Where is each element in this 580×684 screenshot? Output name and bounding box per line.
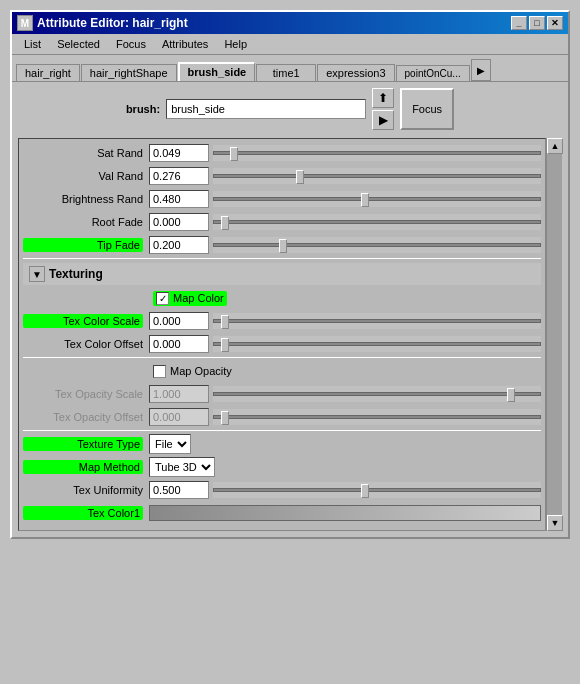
- brush-label: brush:: [126, 103, 160, 115]
- tex-color-offset-slider[interactable]: [213, 336, 541, 352]
- sat-rand-row: Sat Rand: [23, 143, 541, 163]
- menu-help[interactable]: Help: [216, 36, 255, 52]
- texturing-label: Texturing: [49, 267, 103, 281]
- tex-color-scale-input[interactable]: [149, 312, 209, 330]
- tex-color1-swatch[interactable]: [149, 505, 541, 521]
- tab-brush-side[interactable]: brush_side: [178, 62, 256, 81]
- menu-attributes[interactable]: Attributes: [154, 36, 216, 52]
- scroll-down-button[interactable]: ▼: [547, 515, 563, 531]
- params-area: Sat Rand Val Rand: [18, 138, 546, 531]
- tex-color-offset-label: Tex Color Offset: [23, 338, 143, 350]
- val-rand-label: Val Rand: [23, 170, 143, 182]
- tex-opacity-offset-label: Tex Opacity Offset: [23, 411, 143, 423]
- arrow-right-icon-button[interactable]: ▶: [372, 110, 394, 130]
- val-rand-row: Val Rand: [23, 166, 541, 186]
- tex-opacity-scale-slider[interactable]: [213, 386, 541, 402]
- map-opacity-checkbox[interactable]: [153, 365, 166, 378]
- title-buttons: _ □ ✕: [511, 16, 563, 30]
- tex-opacity-scale-input[interactable]: [149, 385, 209, 403]
- upload-icon-button[interactable]: ⬆: [372, 88, 394, 108]
- focus-button[interactable]: Focus: [400, 88, 454, 130]
- title-bar: M Attribute Editor: hair_right _ □ ✕: [12, 12, 568, 34]
- tip-fade-row: Tip Fade: [23, 235, 541, 255]
- tab-scroll-arrow[interactable]: ▶: [471, 59, 491, 81]
- texture-type-label: Texture Type: [23, 437, 143, 451]
- tabs-row: hair_right hair_rightShape brush_side ti…: [12, 55, 568, 81]
- map-color-row: ✓ Map Color: [153, 288, 541, 308]
- root-fade-input[interactable]: [149, 213, 209, 231]
- tip-fade-input[interactable]: [149, 236, 209, 254]
- tex-uniformity-slider[interactable]: [213, 482, 541, 498]
- collapse-texturing-button[interactable]: ▼: [29, 266, 45, 282]
- window-title: Attribute Editor: hair_right: [37, 16, 188, 30]
- root-fade-slider[interactable]: [213, 214, 541, 230]
- tab-point-on-curve[interactable]: pointOnCu...: [396, 65, 470, 81]
- tex-opacity-scale-row: Tex Opacity Scale: [23, 384, 541, 404]
- maximize-button[interactable]: □: [529, 16, 545, 30]
- tex-uniformity-row: Tex Uniformity: [23, 480, 541, 500]
- tex-color-scale-label: Tex Color Scale: [23, 314, 143, 328]
- tab-hair-right[interactable]: hair_right: [16, 64, 80, 81]
- separator-2: [23, 357, 541, 358]
- texture-type-row: Texture Type File: [23, 434, 541, 454]
- map-opacity-text: Map Opacity: [170, 365, 232, 377]
- tab-time1[interactable]: time1: [256, 64, 316, 81]
- vertical-scrollbar[interactable]: ▲ ▼: [546, 138, 562, 531]
- map-method-select[interactable]: Tube 3D: [149, 457, 215, 477]
- val-rand-slider[interactable]: [213, 168, 541, 184]
- sat-rand-label: Sat Rand: [23, 147, 143, 159]
- tex-opacity-offset-slider[interactable]: [213, 409, 541, 425]
- menu-list[interactable]: List: [16, 36, 49, 52]
- root-fade-label: Root Fade: [23, 216, 143, 228]
- val-rand-input[interactable]: [149, 167, 209, 185]
- title-left: M Attribute Editor: hair_right: [17, 15, 188, 31]
- map-method-label: Map Method: [23, 460, 143, 474]
- close-button[interactable]: ✕: [547, 16, 563, 30]
- map-color-checkbox[interactable]: ✓: [156, 292, 169, 305]
- tex-color1-label: Tex Color1: [23, 506, 143, 520]
- map-color-label: ✓ Map Color: [153, 291, 227, 306]
- tex-opacity-offset-input[interactable]: [149, 408, 209, 426]
- map-opacity-row: Map Opacity: [153, 361, 541, 381]
- tip-fade-label: Tip Fade: [23, 238, 143, 252]
- content-area: brush: ⬆ ▶ Focus Sat Rand: [12, 81, 568, 537]
- tex-uniformity-input[interactable]: [149, 481, 209, 499]
- brightness-rand-slider[interactable]: [213, 191, 541, 207]
- main-window: M Attribute Editor: hair_right _ □ ✕ Lis…: [10, 10, 570, 539]
- root-fade-row: Root Fade: [23, 212, 541, 232]
- menu-selected[interactable]: Selected: [49, 36, 108, 52]
- brightness-rand-input[interactable]: [149, 190, 209, 208]
- app-icon: M: [17, 15, 33, 31]
- sat-rand-slider[interactable]: [213, 145, 541, 161]
- map-opacity-label: Map Opacity: [153, 365, 232, 378]
- texturing-section-header: ▼ Texturing: [23, 263, 541, 285]
- tex-uniformity-label: Tex Uniformity: [23, 484, 143, 496]
- tab-expression3[interactable]: expression3: [317, 64, 394, 81]
- params-layout: Sat Rand Val Rand: [18, 138, 562, 531]
- sat-rand-input[interactable]: [149, 144, 209, 162]
- tex-color-scale-slider[interactable]: [213, 313, 541, 329]
- separator-1: [23, 258, 541, 259]
- tex-color-offset-input[interactable]: [149, 335, 209, 353]
- texture-type-select[interactable]: File: [149, 434, 191, 454]
- brush-input[interactable]: [166, 99, 366, 119]
- map-method-row: Map Method Tube 3D: [23, 457, 541, 477]
- brush-row: brush: ⬆ ▶ Focus: [18, 88, 562, 130]
- menu-focus[interactable]: Focus: [108, 36, 154, 52]
- tex-color1-row: Tex Color1: [23, 503, 541, 523]
- scroll-up-button[interactable]: ▲: [547, 138, 563, 154]
- scroll-track[interactable]: [547, 154, 562, 515]
- separator-3: [23, 430, 541, 431]
- tex-opacity-offset-row: Tex Opacity Offset: [23, 407, 541, 427]
- map-color-text: Map Color: [173, 292, 224, 304]
- brightness-rand-row: Brightness Rand: [23, 189, 541, 209]
- tex-color-offset-row: Tex Color Offset: [23, 334, 541, 354]
- tex-opacity-scale-label: Tex Opacity Scale: [23, 388, 143, 400]
- tab-hair-right-shape[interactable]: hair_rightShape: [81, 64, 177, 81]
- brightness-rand-label: Brightness Rand: [23, 193, 143, 205]
- menu-bar: List Selected Focus Attributes Help: [12, 34, 568, 55]
- tip-fade-slider[interactable]: [213, 237, 541, 253]
- minimize-button[interactable]: _: [511, 16, 527, 30]
- tex-color-scale-row: Tex Color Scale: [23, 311, 541, 331]
